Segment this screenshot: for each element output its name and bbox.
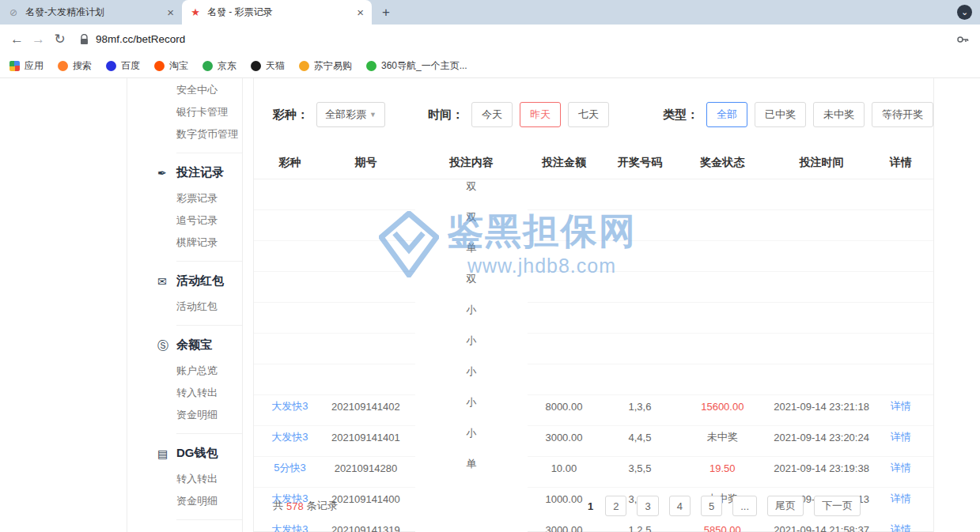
table-row: 大发快3202109141402双8000.001,3,615600.00202… <box>254 179 933 210</box>
prize-status: 未中奖 <box>679 430 766 444</box>
bookmark-label: 360导航_一个主页... <box>381 59 467 73</box>
sidebar-item[interactable]: 资金明细 <box>176 494 242 507</box>
bet-time: 2021-09-14 23:21:18 <box>766 401 878 413</box>
sidebar-item[interactable]: 数字货币管理 <box>176 127 242 141</box>
sidebar-item[interactable]: 安全中心 <box>176 83 242 96</box>
draw-numbers: 1,3,6 <box>600 401 679 413</box>
lottery-name[interactable]: 大发快3 <box>263 523 316 532</box>
tab-bar: ⊘名發-大发精准计划×★名發 - 彩票记录× + ⌄ <box>0 0 980 25</box>
bet-time: 2021-09-14 21:58:37 <box>766 524 878 532</box>
jd-icon <box>202 61 213 71</box>
sidebar-section-label: DG钱包 <box>176 446 218 459</box>
column-header: 投注金额 <box>528 156 600 170</box>
suning-icon <box>299 61 309 71</box>
new-tab-icon: + <box>382 5 390 21</box>
new-tab-button[interactable]: + <box>375 2 397 24</box>
page-button[interactable]: 4 <box>669 496 691 516</box>
bookmark-item[interactable]: 应用 <box>9 59 44 73</box>
issue-number: 20210914280 <box>316 462 415 474</box>
browser-tab[interactable]: ⊘名發-大发精准计划× <box>0 0 182 25</box>
browser-menu-button[interactable]: ⌄ <box>957 5 972 20</box>
detail-link[interactable]: 详情 <box>878 492 924 506</box>
page-button[interactable]: 下一页 <box>814 496 861 516</box>
lottery-name[interactable]: 大发快3 <box>263 399 316 413</box>
sidebar-section-header[interactable]: ▤DG钱包 <box>176 445 242 461</box>
sidebar-group: ✒投注记录彩票记录追号记录棋牌记录 <box>176 153 242 262</box>
lottery-name[interactable]: 大发快3 <box>263 430 316 444</box>
detail-link[interactable]: 详情 <box>878 430 924 444</box>
total-suffix: 条记录 <box>307 499 338 513</box>
filter-button[interactable]: 昨天 <box>520 102 561 127</box>
lottery-name[interactable]: 5分快3 <box>263 461 316 475</box>
sidebar-section-header[interactable]: Ⓢ余额宝 <box>176 337 242 353</box>
bet-amount: 3000.00 <box>528 432 600 443</box>
lottery-filter-label: 彩种： <box>273 108 308 123</box>
page-button[interactable]: 尾页 <box>767 496 804 516</box>
page-button[interactable]: 1 <box>586 496 595 516</box>
bookmark-item[interactable]: 苏宁易购 <box>299 59 352 73</box>
table-row: 3分快320210914439小8000.001,2,315600.002021… <box>254 364 933 395</box>
filter-button[interactable]: 今天 <box>471 102 513 127</box>
bookmark-label: 搜索 <box>73 59 92 73</box>
page-button[interactable]: 5 <box>701 496 722 516</box>
caret-down-icon: ▼ <box>369 111 376 119</box>
password-key-button[interactable] <box>952 28 974 51</box>
bookmark-item[interactable]: 360导航_一个主页... <box>366 59 467 73</box>
bookmark-label: 京东 <box>218 59 236 73</box>
bookmark-item[interactable]: 搜索 <box>58 59 92 73</box>
column-header: 投注时间 <box>766 156 878 170</box>
tab-close-icon[interactable]: × <box>357 6 364 18</box>
filter-button[interactable]: 全部 <box>706 102 747 127</box>
issue-number: 202109141401 <box>316 432 415 443</box>
page-button[interactable]: 3 <box>637 496 658 516</box>
sidebar-item[interactable]: 账户总览 <box>176 364 242 377</box>
sidebar-item[interactable]: 活动红包 <box>176 300 242 313</box>
page-button[interactable]: ... <box>732 496 757 516</box>
bookmark-item[interactable]: 淘宝 <box>154 59 188 73</box>
detail-link[interactable]: 详情 <box>878 399 924 413</box>
sidebar-section-header[interactable]: ✒投注记录 <box>176 164 242 180</box>
sidebar-group: Ⓢ余额宝账户总览转入转出资金明细 <box>176 326 242 434</box>
sidebar-item[interactable]: 棋牌记录 <box>176 236 242 249</box>
sidebar-section-header[interactable]: ✉活动红包 <box>176 273 242 289</box>
key-icon <box>956 33 969 46</box>
column-header: 奖金状态 <box>679 156 766 170</box>
back-button[interactable]: ← <box>6 28 28 51</box>
draw-numbers: 1,2,5 <box>600 524 679 532</box>
column-header: 期号 <box>316 156 415 170</box>
apps-grid-icon <box>9 61 20 71</box>
bookmark-item[interactable]: 京东 <box>202 59 236 73</box>
forward-button[interactable]: → <box>28 28 49 51</box>
sidebar-item[interactable]: 银行卡管理 <box>176 105 242 119</box>
filter-button[interactable]: 已中奖 <box>755 102 806 127</box>
lottery-select[interactable]: 全部彩票 ▼ <box>316 102 385 127</box>
tab-title: 名發 - 彩票记录 <box>207 6 350 19</box>
url-text: 98mf.cc/betRecord <box>96 33 185 45</box>
bookmark-item[interactable]: 百度 <box>106 59 140 73</box>
address-bar[interactable]: 98mf.cc/betRecord <box>74 28 948 51</box>
tab-close-icon[interactable]: × <box>167 6 174 18</box>
detail-link[interactable]: 详情 <box>878 523 924 532</box>
sidebar-item[interactable]: 转入转出 <box>176 386 242 399</box>
bookmark-item[interactable]: 天猫 <box>251 59 285 73</box>
bet-time: 2021-09-14 23:20:24 <box>766 432 878 443</box>
detail-link[interactable]: 详情 <box>878 461 924 475</box>
draw-numbers: 3,5,5 <box>600 462 679 474</box>
page-button[interactable]: 2 <box>605 496 626 516</box>
column-header: 投注内容 <box>415 156 528 170</box>
tab-strip: ⊘名發-大发精准计划×★名發 - 彩票记录× <box>0 0 372 25</box>
bet-time: 2021-09-14 23:19:38 <box>766 462 878 474</box>
refresh-button[interactable]: ↻ <box>49 28 70 51</box>
sidebar-item[interactable]: 追号记录 <box>176 213 242 227</box>
sidebar-item[interactable]: 转入转出 <box>176 472 242 485</box>
filter-button[interactable]: 等待开奖 <box>872 102 933 127</box>
bookmark-label: 百度 <box>121 59 140 73</box>
bookmark-label: 苏宁易购 <box>314 59 352 73</box>
tmall-icon <box>251 61 261 71</box>
sidebar-item[interactable]: 彩票记录 <box>176 191 242 205</box>
sidebar-item[interactable]: 资金明细 <box>176 408 242 421</box>
filter-button[interactable]: 七天 <box>568 102 609 127</box>
time-filter-buttons: 今天昨天七天 <box>471 102 609 127</box>
filter-button[interactable]: 未中奖 <box>813 102 865 127</box>
browser-tab[interactable]: ★名發 - 彩票记录× <box>182 0 372 25</box>
